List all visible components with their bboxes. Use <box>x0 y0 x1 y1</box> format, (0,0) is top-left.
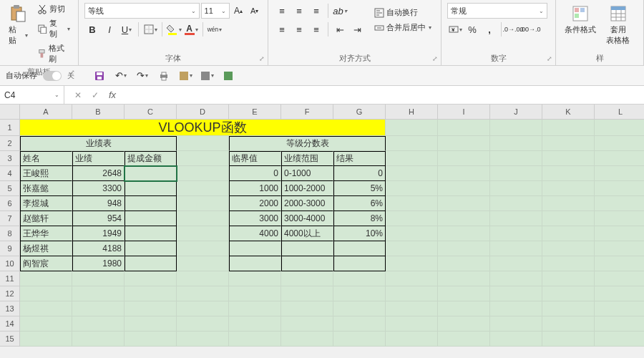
col-header[interactable]: J <box>490 105 542 120</box>
cell[interactable] <box>595 120 644 136</box>
cell[interactable] <box>72 332 125 347</box>
cell[interactable] <box>20 332 72 347</box>
undo-icon[interactable]: ↶▾ <box>113 68 129 84</box>
cell[interactable] <box>490 120 542 136</box>
cell[interactable] <box>177 271 229 286</box>
cell[interactable] <box>595 196 644 211</box>
row-header[interactable]: 4 <box>0 166 20 181</box>
cell[interactable] <box>177 332 229 347</box>
cell[interactable] <box>542 120 595 136</box>
align-center-button[interactable]: ≡ <box>291 21 307 37</box>
cell[interactable] <box>386 256 438 271</box>
cell[interactable] <box>20 271 72 286</box>
cell[interactable] <box>125 166 177 181</box>
wrap-text-button[interactable]: 自动换行 <box>372 6 434 19</box>
cell[interactable] <box>229 256 281 271</box>
merge-center-button[interactable]: 合并后居中▾ <box>372 21 434 34</box>
select-all-corner[interactable] <box>0 105 20 120</box>
font-name-select[interactable]: 等线⌄ <box>84 3 200 19</box>
percent-button[interactable]: % <box>464 21 480 37</box>
cell[interactable] <box>542 151 595 166</box>
cell[interactable] <box>595 332 644 347</box>
cell[interactable] <box>20 316 72 332</box>
cell[interactable]: 提成金额 <box>125 151 177 166</box>
cell[interactable] <box>72 271 125 286</box>
cell[interactable] <box>125 332 177 347</box>
cell[interactable] <box>438 286 490 301</box>
cancel-icon[interactable]: ✕ <box>70 87 86 103</box>
cell[interactable] <box>177 196 229 211</box>
col-header[interactable]: C <box>125 105 177 120</box>
row-header[interactable]: 8 <box>0 226 20 241</box>
cell[interactable]: 1949 <box>72 226 125 241</box>
cell[interactable] <box>386 120 438 136</box>
qat-btn-1[interactable]: ▾ <box>177 68 193 84</box>
cell[interactable]: 3300 <box>72 181 125 196</box>
cell[interactable] <box>542 271 595 286</box>
align-right-button[interactable]: ≡ <box>308 21 324 37</box>
cell[interactable] <box>386 166 438 181</box>
cell[interactable] <box>542 136 595 151</box>
cell[interactable] <box>386 286 438 301</box>
cell[interactable] <box>229 271 281 286</box>
bold-button[interactable]: B <box>84 21 100 37</box>
cell[interactable]: 4188 <box>72 241 125 256</box>
cell[interactable] <box>438 136 490 151</box>
italic-button[interactable]: I <box>102 21 117 37</box>
cell[interactable] <box>490 211 542 226</box>
row-header[interactable]: 1 <box>0 120 20 136</box>
cell[interactable] <box>386 151 438 166</box>
cell[interactable] <box>125 211 177 226</box>
cell[interactable] <box>386 271 438 286</box>
cell[interactable] <box>542 301 595 316</box>
border-button[interactable]: ▾ <box>142 21 158 37</box>
cell[interactable]: 王峻熙 <box>20 166 72 181</box>
number-format-select[interactable]: 常规⌄ <box>447 3 547 19</box>
row-header[interactable]: 2 <box>0 136 20 151</box>
cell[interactable] <box>386 211 438 226</box>
fx-icon[interactable]: fx <box>104 87 120 103</box>
row-header[interactable]: 9 <box>0 241 20 256</box>
col-header[interactable]: D <box>177 105 229 120</box>
cell[interactable] <box>542 286 595 301</box>
cell[interactable] <box>438 332 490 347</box>
cell[interactable] <box>386 196 438 211</box>
number-dialog-icon[interactable]: ⤢ <box>547 55 552 62</box>
cell[interactable] <box>281 286 333 301</box>
cell[interactable] <box>542 316 595 332</box>
cell[interactable] <box>177 286 229 301</box>
row-header[interactable]: 15 <box>0 332 20 347</box>
save-icon[interactable] <box>92 68 107 84</box>
cell[interactable] <box>542 211 595 226</box>
cell[interactable] <box>542 256 595 271</box>
cell[interactable]: 1980 <box>72 256 125 271</box>
row-header[interactable]: 3 <box>0 151 20 166</box>
cell[interactable] <box>333 316 386 332</box>
cell[interactable] <box>72 316 125 332</box>
cell[interactable] <box>281 256 333 271</box>
cell[interactable]: 1000 <box>229 181 281 196</box>
qat-btn-2[interactable]: ▾ <box>199 68 215 84</box>
cell[interactable]: 1000-2000 <box>281 181 333 196</box>
cell[interactable] <box>438 211 490 226</box>
align-middle-button[interactable]: ≡ <box>291 3 307 19</box>
accounting-format-button[interactable]: ¥▾ <box>447 21 463 37</box>
cell[interactable]: 等级分数表 <box>229 136 386 151</box>
increase-decimal-button[interactable]: .0→.00 <box>505 21 521 37</box>
col-header[interactable]: K <box>542 105 595 120</box>
cell[interactable] <box>595 226 644 241</box>
increase-font-icon[interactable]: A▴ <box>231 3 246 19</box>
cell[interactable]: 8% <box>333 211 386 226</box>
cell[interactable] <box>386 136 438 151</box>
cell[interactable] <box>20 301 72 316</box>
autosave-toggle[interactable] <box>43 71 62 81</box>
redo-icon[interactable]: ↷▾ <box>135 68 150 84</box>
cell[interactable] <box>438 166 490 181</box>
cell[interactable] <box>177 241 229 256</box>
cell[interactable] <box>333 256 386 271</box>
col-header[interactable]: F <box>281 105 333 120</box>
cell[interactable] <box>125 301 177 316</box>
cell[interactable] <box>281 271 333 286</box>
cell[interactable] <box>386 181 438 196</box>
cell[interactable]: 0 <box>229 166 281 181</box>
